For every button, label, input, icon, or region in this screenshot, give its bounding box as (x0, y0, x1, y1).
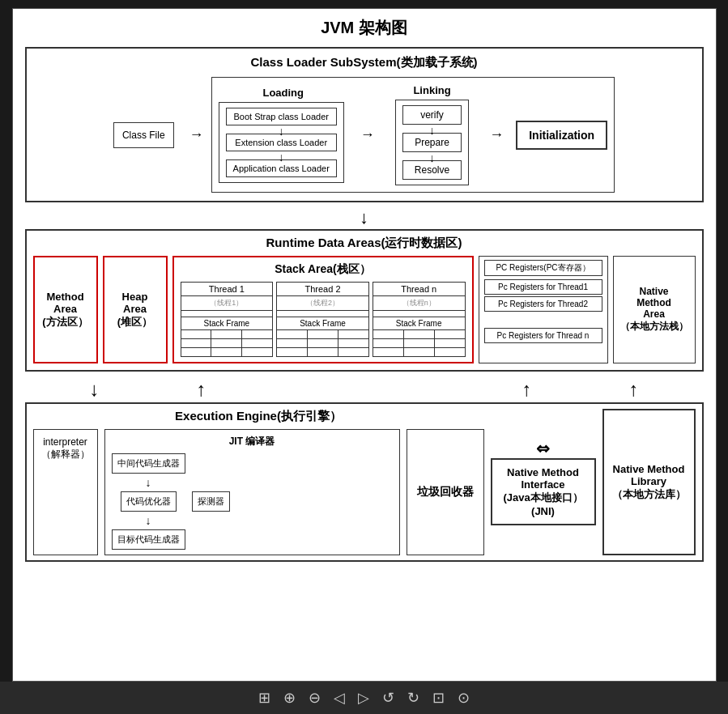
toolbar-icon-zoom-in[interactable]: ⊕ (283, 689, 296, 707)
native-interface-wrapper: ⇔ Native Method Interface (Java本地接口） (JN… (491, 409, 596, 555)
thread-1-label: Thread 1 (181, 283, 273, 296)
pc-row-n: Pc Registers for Thread n (484, 328, 602, 343)
exec-section: Execution Engine(执行引擎） interpreter （解释器）… (25, 402, 704, 562)
thread-2-divider (277, 311, 368, 317)
thread-n-label: Thread n (373, 283, 465, 296)
runtime-section: Runtime Data Areas(运行时数据区) Method Area (… (25, 229, 704, 372)
initialization-box: Initialization (516, 121, 607, 150)
pc-registers-title: PC Registers(PC寄存器） (484, 260, 602, 276)
arrows-row: ↓ ↑ ↑ ↑ (25, 378, 704, 401)
thread-n-inner: （线程n） (373, 296, 465, 311)
arrow-to-loading: → (189, 126, 204, 143)
jit-col: 中间代码生成器 ↓ 代码优化器 ↓ 目标代码生成器 (112, 453, 185, 550)
stack-area-box: Stack Area(栈区） Thread 1 （线程1） Stack Fram… (172, 256, 474, 363)
thread-n-col: Thread n （线程n） Stack Frame (373, 282, 466, 357)
arrow-to-init: → (489, 126, 504, 143)
jit-title: JIT 编译器 (112, 435, 393, 448)
native-method-library-box: Native Method Library （本地方法库） (602, 409, 696, 555)
thread-n-cells (373, 330, 465, 356)
arrow-down-1: ↓ (25, 209, 704, 227)
bottom-toolbar: ⊞ ⊕ ⊖ ◁ ▷ ↺ ↻ ⊡ ⊙ (0, 682, 728, 714)
pc-row-2: Pc Registers for Thread2 (484, 296, 602, 312)
class-loader-title: Class Loader SubSystem(类加载子系统) (35, 55, 694, 70)
arrow-down-exec-1: ↓ (90, 378, 100, 401)
heap-area-box: Heap Area (堆区） (103, 256, 168, 363)
probe-box-wrapper: 探测器 (192, 453, 230, 550)
garbage-collector-box: 垃圾回收器 (407, 429, 484, 555)
jit-item-2: 代码优化器 (121, 491, 177, 512)
linking-col: Linking verify ↓ Prepare ↓ Resolve (395, 84, 469, 185)
verify-box: verify (402, 105, 462, 125)
toolbar-icon-redo[interactable]: ↻ (407, 689, 419, 707)
jit-item-3: 目标代码生成器 (112, 529, 185, 550)
exec-inner: interpreter （解释器） JIT 编译器 中间代码生成器 ↓ 代码优化… (33, 429, 484, 555)
loader-boxes: Boot Strap class Loader ↓ Extension clas… (219, 102, 344, 183)
thread-2-label: Thread 2 (277, 283, 368, 296)
class-file-box: Class File (113, 122, 174, 148)
runtime-title: Runtime Data Areas(运行时数据区) (33, 236, 696, 251)
class-loader-section: Class Loader SubSystem(类加载子系统) Class Fil… (25, 47, 704, 202)
jit-arrow-1: ↓ (146, 477, 151, 488)
linking-label: Linking (413, 84, 450, 96)
page-title: JVM 架构图 (25, 17, 704, 39)
toolbar-icon-circle[interactable]: ⊙ (458, 689, 470, 707)
thread-2-stack-frame: Stack Frame (277, 317, 368, 330)
arrow-up-exec-2: ↑ (522, 378, 532, 401)
jit-box: JIT 编译器 中间代码生成器 ↓ 代码优化器 ↓ 目标代码生成器 探测器 (104, 429, 400, 555)
jit-item-1: 中间代码生成器 (112, 453, 185, 474)
pc-registers-box: PC Registers(PC寄存器） Pc Registers for Thr… (479, 256, 608, 363)
toolbar-icon-zoom-out[interactable]: ⊖ (309, 689, 321, 707)
loading-col: Loading Boot Strap class Loader ↓ Extens… (219, 87, 348, 183)
stack-threads: Thread 1 （线程1） Stack Frame Thread 2 (181, 282, 466, 357)
class-loader-content: Loading Boot Strap class Loader ↓ Extens… (211, 77, 615, 193)
probe-box: 探测器 (192, 491, 230, 512)
arrow-up-exec-3: ↑ (629, 378, 639, 401)
thread-n-divider (373, 311, 465, 317)
thread-2-inner: （线程2） (277, 296, 368, 311)
pc-row-1: Pc Registers for Thread1 (484, 279, 602, 295)
thread-1-inner: （线程1） (181, 296, 273, 311)
thread-2-cells (277, 330, 368, 356)
toolbar-icon-prev[interactable]: ◁ (334, 689, 345, 707)
jit-arrow-2: ↓ (146, 515, 151, 526)
jit-inner: 中间代码生成器 ↓ 代码优化器 ↓ 目标代码生成器 探测器 (112, 453, 393, 550)
toolbar-icon-grid[interactable]: ⊞ (258, 689, 270, 707)
interpreter-box: interpreter （解释器） (33, 429, 98, 555)
thread-1-col: Thread 1 （线程1） Stack Frame (181, 282, 274, 357)
thread-1-cells (181, 330, 273, 356)
toolbar-icon-fit[interactable]: ⊡ (432, 689, 445, 707)
runtime-inner: Method Area (方法区） Heap Area (堆区） Stack A… (33, 256, 696, 363)
boot-strap-loader: Boot Strap class Loader (226, 108, 337, 125)
exec-left-section: Execution Engine(执行引擎） interpreter （解释器）… (33, 409, 484, 555)
thread-n-stack-frame: Stack Frame (373, 317, 465, 330)
arrow-to-linking: → (360, 126, 375, 143)
native-method-area-box: Native Method Area （本地方法栈） (613, 256, 696, 363)
thread-1-stack-frame: Stack Frame (181, 317, 273, 330)
exec-title: Execution Engine(执行引擎） (33, 409, 484, 424)
thread-2-col: Thread 2 （线程2） Stack Frame (276, 282, 369, 357)
native-method-interface-box: Native Method Interface (Java本地接口） (JNI) (491, 458, 596, 525)
toolbar-icon-next[interactable]: ▷ (358, 689, 369, 707)
thread-1-divider (181, 311, 273, 317)
method-area-box: Method Area (方法区） (33, 256, 98, 363)
linking-boxes: verify ↓ Prepare ↓ Resolve (395, 100, 469, 185)
class-loader-inner: Class File → Loading Boot Strap class Lo… (35, 77, 694, 193)
loading-label: Loading (262, 87, 304, 99)
stack-area-title: Stack Area(栈区） (181, 262, 466, 277)
arrow-up-exec-1: ↑ (197, 378, 206, 401)
toolbar-icon-undo[interactable]: ↺ (382, 689, 394, 707)
